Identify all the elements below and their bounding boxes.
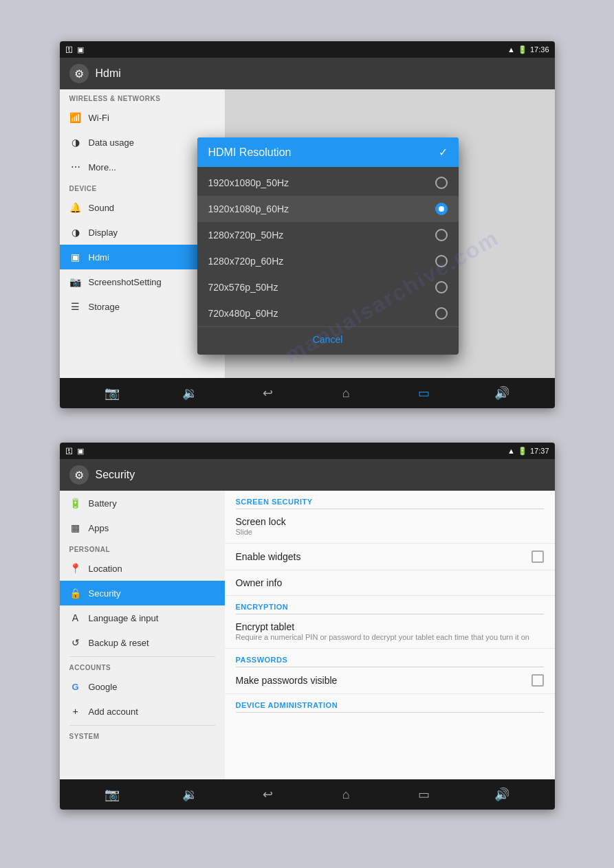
- screenshot2: ⚿ ▣ ▲ 🔋 17:37 ⚙ Security 🔋 Battery ▦ App…: [60, 443, 555, 810]
- location-icon: 📍: [69, 562, 82, 575]
- setting-owner-info[interactable]: Owner info: [225, 570, 555, 596]
- main-panel: SCREEN SECURITY Screen lock Slide Enable…: [225, 491, 555, 779]
- setting-enable-widgets[interactable]: Enable widgets: [225, 544, 555, 570]
- passwords-visible-checkbox[interactable]: [531, 674, 544, 687]
- display-icon: ◑: [69, 226, 82, 238]
- sidebar-item-battery[interactable]: 🔋 Battery: [60, 491, 225, 515]
- hdmi-dialog: HDMI Resolution ✓ 1920x1080p_50Hz 1920x1…: [197, 137, 459, 355]
- sidebar-item-wifi[interactable]: 📶 Wi-Fi: [60, 105, 225, 130]
- status-bar-1: ⚿ ▣ ▲ 🔋 17:36: [60, 41, 555, 58]
- sidebar-divider-accounts: [69, 656, 215, 657]
- language-icon: A: [69, 612, 82, 624]
- resolution-option-3[interactable]: 1280x720p_60Hz: [197, 248, 459, 274]
- sound-icon: 🔔: [69, 201, 82, 214]
- usb-icon: ⚿: [65, 45, 73, 54]
- sidebar-section-wireless: WIRELESS & NETWORKS: [60, 89, 225, 105]
- resolution-option-1[interactable]: 1920x1080p_60Hz: [197, 196, 459, 222]
- nav-bar-2: 📷 🔉 ↩ ⌂ ▭ 🔊: [60, 779, 555, 810]
- nav-volume-up-icon-2[interactable]: 🔊: [490, 782, 514, 807]
- nav-recents-icon-1[interactable]: ▭: [411, 381, 436, 405]
- dialog-cancel-button[interactable]: Cancel: [197, 326, 459, 352]
- wifi-icon: 📶: [69, 111, 82, 124]
- google-icon: G: [69, 680, 82, 693]
- camera-icon: 📷: [69, 276, 82, 288]
- sim-icon-2: ▣: [77, 447, 84, 456]
- nav-home-icon-2[interactable]: ⌂: [333, 782, 358, 807]
- enable-widgets-checkbox[interactable]: [531, 550, 544, 563]
- nav-back-icon-1[interactable]: ↩: [256, 381, 281, 405]
- gear-icon-2: ⚙: [69, 465, 89, 485]
- sim-icon: ▣: [77, 45, 84, 54]
- sidebar-section-personal: PERSONAL: [60, 540, 225, 556]
- resolution-option-0[interactable]: 1920x1080p_50Hz: [197, 170, 459, 196]
- wifi-icon-1: ▲: [507, 45, 515, 54]
- content-area-2: 🔋 Battery ▦ Apps PERSONAL 📍 Location 🔒 S…: [60, 491, 555, 779]
- nav-bar-1: 📷 🔉 ↩ ⌂ ▭ 🔊: [60, 378, 555, 408]
- sidebar-item-backup-reset[interactable]: ↺ Backup & reset: [60, 630, 225, 655]
- page-title-1: Hdmi: [96, 67, 121, 80]
- sidebar-item-apps[interactable]: ▦ Apps: [60, 515, 225, 540]
- setting-screen-lock[interactable]: Screen lock Slide: [225, 509, 555, 544]
- status-bar-2: ⚿ ▣ ▲ 🔋 17:37: [60, 443, 555, 459]
- gear-icon-1: ⚙: [69, 64, 89, 83]
- time-display-1: 17:36: [530, 45, 549, 54]
- radio-unselected-3: [435, 255, 448, 267]
- nav-volume-up-icon-1[interactable]: 🔊: [490, 381, 514, 405]
- content-area-1: WIRELESS & NETWORKS 📶 Wi-Fi ◑ Data usage…: [60, 89, 555, 378]
- sidebar-item-language-input[interactable]: A Language & input: [60, 605, 225, 630]
- sidebar-item-security[interactable]: 🔒 Security: [60, 581, 225, 605]
- radio-selected-1: [435, 203, 448, 215]
- data-usage-icon: ◑: [69, 136, 82, 148]
- dialog-checkmark: ✓: [439, 146, 448, 159]
- add-icon: +: [69, 705, 82, 717]
- dialog-body: 1920x1080p_50Hz 1920x1080p_60Hz 1280x720…: [197, 167, 459, 355]
- security-icon: 🔒: [69, 587, 82, 599]
- sidebar-section-system: SYSTEM: [60, 727, 225, 743]
- setting-encrypt-tablet[interactable]: Encrypt tablet Require a numerical PIN o…: [225, 614, 555, 649]
- screenshot1: ⚿ ▣ ▲ 🔋 17:36 ⚙ Hdmi WIRELESS & NETWORKS…: [60, 41, 555, 408]
- page-title-2: Security: [96, 469, 135, 481]
- battery-icon-1: 🔋: [518, 45, 527, 54]
- wifi-icon-2: ▲: [507, 447, 515, 455]
- radio-unselected-0: [435, 177, 448, 189]
- radio-unselected-5: [435, 307, 448, 320]
- section-header-device-administration: DEVICE ADMINISTRATION: [225, 694, 555, 712]
- storage-icon: ☰: [69, 300, 82, 313]
- radio-unselected-2: [435, 229, 448, 241]
- nav-home-icon-1[interactable]: ⌂: [333, 381, 358, 405]
- nav-volume-down-icon-2[interactable]: 🔉: [177, 782, 202, 807]
- section-header-passwords: PASSWORDS: [225, 649, 555, 667]
- title-bar-1: ⚙ Hdmi: [60, 58, 555, 89]
- nav-recents-icon-2[interactable]: ▭: [411, 782, 436, 807]
- apps-icon: ▦: [69, 522, 82, 534]
- nav-camera-icon-1[interactable]: 📷: [100, 381, 124, 405]
- resolution-option-5[interactable]: 720x480p_60Hz: [197, 300, 459, 326]
- sidebar-divider-system: [69, 725, 215, 726]
- nav-camera-icon-2[interactable]: 📷: [100, 782, 124, 807]
- resolution-option-4[interactable]: 720x576p_50Hz: [197, 274, 459, 300]
- nav-back-icon-2[interactable]: ↩: [256, 782, 281, 807]
- sidebar-section-accounts: ACCOUNTS: [60, 658, 225, 674]
- nav-volume-down-icon-1[interactable]: 🔉: [177, 381, 202, 405]
- status-icons-right-2: ▲ 🔋 17:37: [507, 447, 549, 456]
- setting-passwords-visible[interactable]: Make passwords visible: [225, 667, 555, 694]
- section-header-screen-security: SCREEN SECURITY: [225, 491, 555, 509]
- resolution-option-2[interactable]: 1280x720p_50Hz: [197, 222, 459, 248]
- title-bar-2: ⚙ Security: [60, 459, 555, 491]
- sidebar-item-add-account[interactable]: + Add account: [60, 699, 225, 724]
- backup-icon: ↺: [69, 636, 82, 649]
- status-icons-right-1: ▲ 🔋 17:36: [507, 45, 549, 54]
- time-display-2: 17:37: [530, 447, 549, 455]
- radio-unselected-4: [435, 281, 448, 293]
- dialog-title-text: HDMI Resolution: [208, 146, 292, 159]
- section-header-encryption: ENCRYPTION: [225, 596, 555, 614]
- sidebar-item-google[interactable]: G Google: [60, 674, 225, 699]
- battery-icon-2: 🔋: [518, 447, 527, 456]
- usb-icon-2: ⚿: [65, 447, 73, 455]
- sidebar-item-location[interactable]: 📍 Location: [60, 556, 225, 581]
- more-icon: ⋯: [69, 161, 82, 173]
- hdmi-icon: ▣: [69, 251, 82, 263]
- status-icons-left-1: ⚿ ▣: [65, 45, 84, 54]
- sidebar-2: 🔋 Battery ▦ Apps PERSONAL 📍 Location 🔒 S…: [60, 491, 225, 779]
- battery-icon-sidebar: 🔋: [69, 497, 82, 509]
